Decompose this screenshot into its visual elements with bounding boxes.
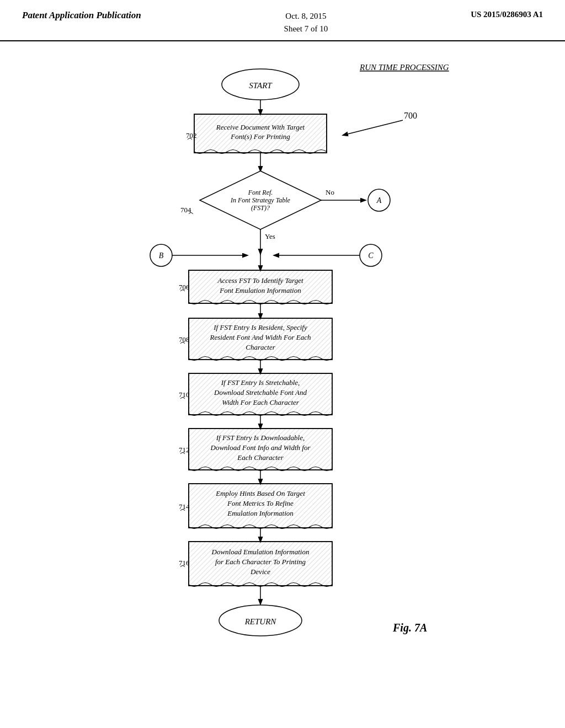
label-712: 712 xyxy=(179,446,190,454)
run-time-label: RUN TIME PROCESSING xyxy=(359,63,449,72)
label-714: 714 xyxy=(179,502,190,511)
ref-700: 700 xyxy=(404,111,417,120)
label-C: C xyxy=(368,251,374,260)
flowchart-svg: RUN TIME PROCESSING 700 START Receive Do… xyxy=(73,47,492,698)
text-714-3: Emulation Information xyxy=(227,509,294,517)
no-label: No xyxy=(326,188,334,196)
text-708-3: Character xyxy=(246,343,275,351)
text-710-3: Width For Each Character xyxy=(222,398,300,406)
start-label: START xyxy=(249,81,273,90)
ref-700-arrow xyxy=(343,120,403,135)
text-710-2: Download Stretchable Font And xyxy=(214,388,307,397)
patent-number: US 2015/0286903 A1 xyxy=(471,10,543,19)
label-706: 706 xyxy=(179,283,190,291)
text-712-1: If FST Entry Is Downloadable, xyxy=(216,433,305,442)
text-706-2: Font Emulation Information xyxy=(219,286,301,295)
label-702: 702 xyxy=(186,131,197,140)
text-714-2: Font Metrics To Refine xyxy=(227,499,294,507)
header-date: Oct. 8, 2015 xyxy=(284,10,328,23)
header-right: US 2015/0286903 A1 xyxy=(471,10,543,19)
page-header: Patent Application Publication Oct. 8, 2… xyxy=(0,0,565,41)
text-704-1: Font Ref. xyxy=(248,189,273,196)
text-712-3: Each Character xyxy=(237,453,284,462)
header-left: Patent Application Publication xyxy=(22,10,141,21)
text-714-1: Employ Hints Based On Target xyxy=(215,489,305,497)
header-sheet: Sheet 7 of 10 xyxy=(284,23,328,35)
label-716: 716 xyxy=(179,559,190,567)
text-702-1: Receive Document With Target xyxy=(216,123,305,131)
text-716-2: for Each Character To Printing xyxy=(215,558,306,566)
label-710: 710 xyxy=(179,390,190,399)
publication-label: Patent Application Publication xyxy=(22,10,141,20)
diagram-area: RUN TIME PROCESSING 700 START Receive Do… xyxy=(0,41,565,703)
text-704-2: In Font Strategy Table xyxy=(230,196,291,204)
header-center: Oct. 8, 2015 Sheet 7 of 10 xyxy=(284,10,328,35)
return-label: RETURN xyxy=(244,617,277,626)
text-704-3: (FST)? xyxy=(251,204,270,212)
text-708-1: If FST Entry Is Resident, Specify xyxy=(213,323,307,331)
text-708-2: Resident Font And Width For Each xyxy=(210,333,311,341)
label-A: A xyxy=(376,196,382,205)
text-702-2: Font(s) For Printing xyxy=(230,132,290,141)
text-706-1: Access FST To Identify Target xyxy=(217,276,303,285)
text-712-2: Download Font Info and Width for xyxy=(210,443,311,452)
text-710-1: If FST Entry Is Stretchable, xyxy=(221,378,300,387)
text-716-1: Download Emulation Information xyxy=(211,548,310,556)
yes-label: Yes xyxy=(265,232,275,240)
text-716-3: Device xyxy=(250,568,270,576)
label-B: B xyxy=(159,251,164,260)
fig-label: Fig. 7A xyxy=(392,622,427,634)
label-708: 708 xyxy=(179,335,190,344)
